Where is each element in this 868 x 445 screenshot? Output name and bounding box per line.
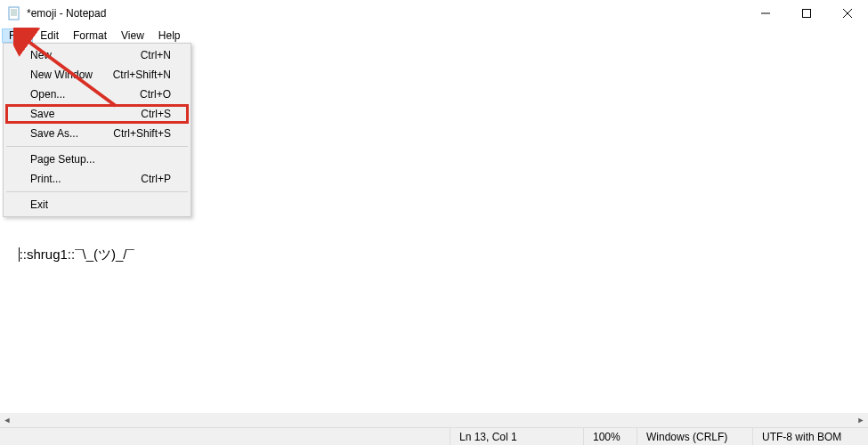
menu-label: Page Setup... <box>30 153 95 166</box>
menu-format[interactable]: Format <box>66 28 114 43</box>
menu-shortcut: Ctrl+N <box>141 49 171 61</box>
menu-help[interactable]: Help <box>151 28 188 43</box>
status-encoding: UTF-8 with BOM <box>752 428 868 445</box>
scroll-left-icon[interactable]: ◄ <box>0 413 14 427</box>
menu-save[interactable]: Save Ctrl+S <box>5 104 189 124</box>
menu-bar: File Edit Format View Help <box>0 27 868 44</box>
menu-shortcut: Ctrl+S <box>141 108 171 120</box>
menu-exit[interactable]: Exit <box>5 195 189 214</box>
menu-new[interactable]: New Ctrl+N <box>5 45 189 65</box>
status-spacer <box>0 428 450 445</box>
status-zoom: 100% <box>583 428 637 445</box>
menu-new-window[interactable]: New Window Ctrl+Shift+N <box>5 65 189 85</box>
menu-save-as[interactable]: Save As... Ctrl+Shift+S <box>5 124 189 143</box>
file-dropdown: New Ctrl+N New Window Ctrl+Shift+N Open.… <box>3 43 191 217</box>
window-title: *emoji - Notepad <box>27 7 745 20</box>
menu-edit[interactable]: Edit <box>33 28 66 43</box>
menu-separator <box>6 146 188 147</box>
window-controls <box>745 0 868 27</box>
menu-shortcut: Ctrl+Shift+S <box>113 127 171 140</box>
menu-view[interactable]: View <box>114 28 151 43</box>
menu-page-setup[interactable]: Page Setup... <box>5 150 189 169</box>
menu-label: Save <box>30 108 54 120</box>
menu-print[interactable]: Print... Ctrl+P <box>5 169 189 189</box>
close-button[interactable] <box>827 0 868 27</box>
menu-label: New <box>30 49 52 61</box>
menu-separator <box>6 191 188 192</box>
menu-label: Exit <box>30 198 48 211</box>
menu-label: Print... <box>30 173 61 185</box>
title-bar: *emoji - Notepad <box>0 0 868 27</box>
menu-shortcut: Ctrl+Shift+N <box>113 69 171 81</box>
menu-label: Save As... <box>30 127 78 140</box>
status-line-ending: Windows (CRLF) <box>637 428 752 445</box>
status-bar: Ln 13, Col 1 100% Windows (CRLF) UTF-8 w… <box>0 427 868 445</box>
menu-open[interactable]: Open... Ctrl+O <box>5 85 189 104</box>
menu-file[interactable]: File <box>2 28 33 43</box>
minimize-button[interactable] <box>745 0 786 27</box>
menu-shortcut: Ctrl+P <box>141 173 171 185</box>
menu-label: Open... <box>30 88 65 101</box>
menu-shortcut: Ctrl+O <box>140 88 171 101</box>
notepad-icon <box>7 6 21 20</box>
maximize-button[interactable] <box>786 0 827 27</box>
svg-rect-6 <box>803 10 811 18</box>
status-position: Ln 13, Col 1 <box>450 428 583 445</box>
horizontal-scrollbar[interactable]: ◄ ► <box>0 413 868 427</box>
editor-text: ::shrug1::¯\_(ツ)_/¯ <box>20 247 134 262</box>
menu-label: New Window <box>30 69 93 81</box>
scroll-right-icon[interactable]: ► <box>854 413 868 427</box>
